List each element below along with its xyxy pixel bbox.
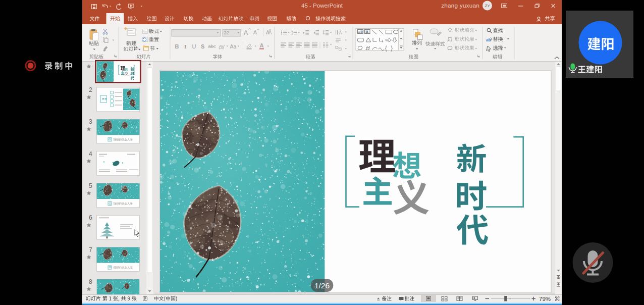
svg-text:Aa: Aa <box>230 43 237 49</box>
svg-text:A: A <box>260 42 264 48</box>
svg-text:3: 3 <box>89 118 92 125</box>
svg-text:03: 03 <box>109 266 112 269</box>
svg-text:A: A <box>358 31 360 34</box>
svg-text:22: 22 <box>224 30 230 35</box>
svg-text:ab: ab <box>486 37 491 42</box>
svg-text:A: A <box>266 29 270 35</box>
svg-text:7: 7 <box>89 246 92 253</box>
svg-text:ZY: ZY <box>485 4 490 8</box>
svg-text:1/26: 1/26 <box>314 281 330 290</box>
svg-text:2: 2 <box>89 86 92 93</box>
svg-text:A: A <box>253 29 257 35</box>
svg-text:S: S <box>201 43 204 49</box>
svg-text:6: 6 <box>89 214 92 221</box>
svg-text:45 - PowerPoint: 45 - PowerPoint <box>301 3 343 9</box>
svg-text:A: A <box>366 31 368 34</box>
svg-text:I: I <box>184 43 186 49</box>
svg-text:02: 02 <box>109 202 112 205</box>
svg-text:01: 01 <box>109 138 112 141</box>
svg-text:5: 5 <box>89 182 92 189</box>
svg-text:U: U <box>192 43 196 49</box>
svg-text:8: 8 <box>89 278 92 285</box>
svg-text:B: B <box>175 43 179 49</box>
svg-text:A: A <box>244 29 248 36</box>
svg-text:79%: 79% <box>539 296 551 302</box>
svg-text:4: 4 <box>89 150 92 158</box>
svg-text:zhang yuxuan: zhang yuxuan <box>441 2 479 9</box>
